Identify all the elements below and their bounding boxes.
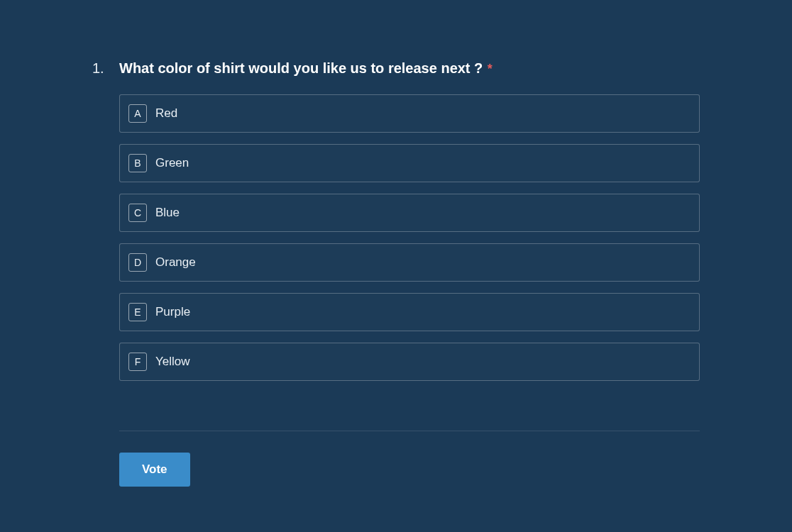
survey-container: 1. What color of shirt would you like us… [0, 0, 792, 515]
option-key: D [128, 253, 147, 272]
option-label: Red [155, 106, 177, 121]
option-d[interactable]: D Orange [119, 243, 700, 282]
option-label: Orange [155, 255, 196, 270]
question-row: 1. What color of shirt would you like us… [92, 60, 700, 77]
required-asterisk: * [488, 62, 493, 76]
option-b[interactable]: B Green [119, 144, 700, 182]
option-a[interactable]: A Red [119, 94, 700, 133]
option-e[interactable]: E Purple [119, 293, 700, 331]
option-key: A [128, 104, 147, 123]
divider [119, 431, 700, 431]
option-key: C [128, 204, 147, 222]
vote-button[interactable]: Vote [119, 453, 190, 487]
option-label: Yellow [155, 355, 190, 369]
option-key: F [128, 353, 147, 371]
option-label: Purple [155, 305, 190, 319]
options-container: A Red B Green C Blue D Orange E Purple F… [119, 94, 700, 381]
option-key: E [128, 303, 147, 321]
option-label: Green [155, 156, 189, 170]
option-label: Blue [155, 206, 180, 220]
question-number: 1. [92, 60, 106, 77]
option-c[interactable]: C Blue [119, 194, 700, 232]
option-f[interactable]: F Yellow [119, 343, 700, 381]
option-key: B [128, 154, 147, 172]
question-text-wrap: What color of shirt would you like us to… [119, 60, 493, 77]
question-text: What color of shirt would you like us to… [119, 60, 483, 76]
